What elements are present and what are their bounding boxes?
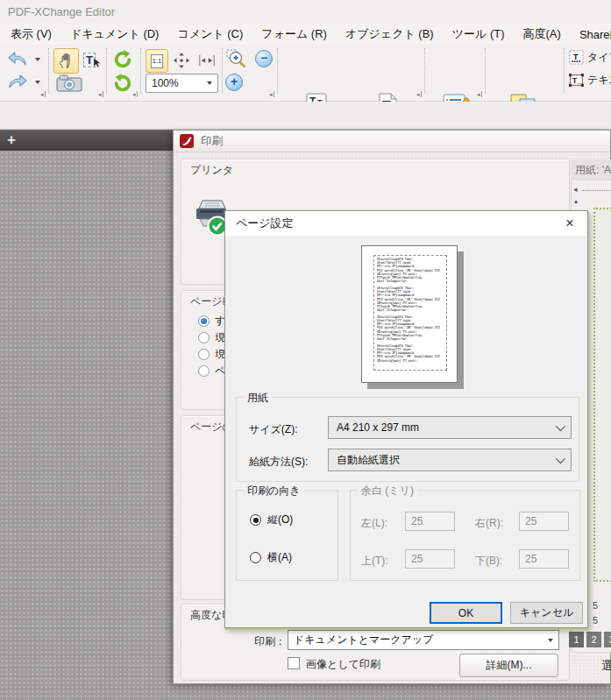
page-preview-area (593, 208, 611, 582)
select-text-tool-button[interactable]: T (81, 48, 103, 72)
rotate-cw-button[interactable] (111, 73, 134, 94)
window-title: PDF-XChange Editor (0, 0, 611, 24)
fit-width-button[interactable] (196, 49, 217, 71)
paper-source-combobox[interactable]: 自動給紙選択 (328, 449, 572, 471)
paper-source-value: 自動給紙選択 (337, 453, 400, 468)
toolbar-separator (485, 48, 486, 94)
landscape-label: 横(A) (267, 550, 292, 565)
toolbar-separator (140, 48, 141, 94)
margin-right-label: 右(R): (475, 516, 503, 531)
scroll-up-arrow-icon[interactable]: ▴ (574, 197, 578, 205)
redo-icon (6, 74, 29, 91)
page-range-option[interactable]: 現 (198, 329, 225, 346)
paper-size-combobox[interactable]: A4 210 x 297 mm (328, 416, 572, 439)
textbox-icon: T_ (569, 73, 584, 88)
hand-icon (58, 52, 75, 70)
landscape-radio[interactable] (250, 552, 261, 563)
hand-tool-button[interactable] (53, 48, 79, 74)
group-collapse-marker[interactable]: ◂ (98, 91, 103, 97)
close-icon[interactable]: × (561, 215, 579, 232)
scroll-left-arrow-icon[interactable]: ◂ (573, 185, 578, 194)
details-button[interactable]: 詳細(M)... (459, 654, 558, 677)
group-collapse-marker[interactable]: ◂ (40, 91, 46, 97)
rotate-ccw-button[interactable] (111, 49, 134, 70)
margins-fieldset-label: 余白 (ミリ) (358, 484, 417, 498)
rotate-cw-icon (113, 74, 132, 93)
orientation-fieldset: 印刷の向き 縦(O) 横(A) (236, 490, 338, 581)
fit-width-icon (198, 52, 216, 69)
zoom-area-button[interactable] (225, 48, 248, 69)
print-what-combobox[interactable]: ドキュメントとマークアップ (288, 630, 559, 650)
paper-size-label: サイズ(Z): (249, 422, 298, 437)
fit-page-button[interactable] (171, 49, 192, 71)
page-setup-titlebar[interactable]: ページ設定 × (225, 211, 587, 236)
cursor-arrow-icon (93, 57, 101, 68)
toolbar-separator (106, 48, 107, 94)
page-setup-dialog: ページ設定 × Ghsvrwllvwgdfk fkwr,Uvwsrtmrwstf… (224, 210, 588, 628)
margin-top-input: 25 (405, 549, 455, 569)
undo-dropdown-caret[interactable] (35, 58, 40, 61)
new-tab-button[interactable]: + (4, 132, 18, 148)
zoom-in-button[interactable]: + (225, 74, 243, 91)
print-dialog-title: 印刷 (201, 134, 223, 149)
page-range-option[interactable]: 現 (198, 346, 225, 363)
print-dialog-titlebar[interactable]: 印刷 (174, 131, 610, 152)
menu-item[interactable]: ツール (T) (449, 25, 508, 44)
radio-button[interactable] (198, 332, 210, 343)
scroll-track[interactable] (582, 190, 610, 191)
typewriter-icon: T (569, 50, 584, 65)
zoom-out-button[interactable]: − (255, 50, 273, 67)
typewriter-tool-button[interactable]: T タイプ (569, 50, 611, 65)
portrait-option[interactable]: 縦(O) (250, 513, 293, 527)
menu-item[interactable]: 表示 (V) (7, 25, 55, 44)
page-setup-title: ページ設定 (236, 216, 294, 231)
zoom-level-combobox[interactable]: 100% (146, 74, 218, 93)
svg-text:T: T (573, 52, 579, 61)
landscape-option[interactable]: 横(A) (250, 550, 292, 565)
page-number-button[interactable]: 1 (569, 632, 584, 647)
toolbar-spacer (0, 102, 611, 130)
group-collapse-marker[interactable]: ◂ (269, 91, 274, 97)
menu-bar: 表示 (V)ドキュメント (D)コメント (C)フォーム (R)オブジェクト (… (0, 24, 611, 45)
undo-button[interactable] (5, 50, 30, 69)
menu-item[interactable]: ドキュメント (D) (67, 25, 163, 44)
page-range-option[interactable]: す (198, 313, 225, 329)
toolbar-separator (424, 48, 425, 94)
radio-button[interactable] (198, 365, 210, 377)
page-setup-preview: Ghsvrwllvwgdfk fkwr,Uvwsrtmrwstff swyaEP… (361, 245, 458, 383)
margin-top-label: 上(T): (361, 554, 388, 569)
ok-button[interactable]: OK (430, 602, 502, 624)
page-range-option[interactable]: ペ (198, 363, 225, 379)
menu-item[interactable]: オブジェクト (B) (342, 25, 437, 44)
menu-item[interactable]: コメント (C) (174, 25, 246, 44)
pdf-xchange-logo-icon (180, 134, 194, 148)
zoom-level-value: 100% (152, 77, 179, 89)
paper-fieldset: 用紙 サイズ(Z): A4 210 x 297 mm 給紙方法(S): 自動給紙… (236, 397, 579, 482)
cancel-button[interactable]: キャンセル (510, 602, 583, 624)
orientation-fieldset-label: 印刷の向き (244, 484, 304, 498)
toolbar-separator (48, 48, 49, 94)
portrait-radio[interactable] (250, 514, 261, 526)
radio-button[interactable] (198, 315, 210, 327)
camera-icon (56, 74, 82, 93)
typewriter-label: タイプ (587, 50, 611, 65)
print-as-image-label: 画像として印刷 (306, 657, 380, 672)
actual-size-button[interactable]: 1:1 (146, 49, 168, 73)
page-number-button[interactable]: 3 (604, 632, 611, 647)
snapshot-tool-button[interactable] (55, 74, 83, 94)
toolbar-separator (277, 48, 278, 94)
textbox-tool-button[interactable]: T_ テキス (569, 73, 611, 88)
paper-size-value: A4 210 x 297 mm (337, 421, 419, 434)
redo-dropdown-caret[interactable] (35, 81, 40, 84)
print-as-image-checkbox[interactable] (288, 657, 300, 669)
menu-item[interactable]: SharePoint (576, 26, 611, 43)
redo-button[interactable] (5, 73, 30, 92)
print-what-value: ドキュメントとマークアップ (294, 633, 433, 647)
menu-item[interactable]: フォーム (R) (258, 25, 330, 44)
preview-margin-box: Ghsvrwllvwgdfk fkwr,Uvwsrtmrwstff swyaEP… (373, 255, 447, 371)
page-range-options: す 現 現 ペ (198, 313, 225, 379)
menu-item[interactable]: 高度(A) (520, 25, 565, 44)
toolbar-separator (222, 48, 223, 94)
radio-button[interactable] (198, 349, 210, 360)
page-number-button[interactable]: 2 (586, 632, 601, 647)
